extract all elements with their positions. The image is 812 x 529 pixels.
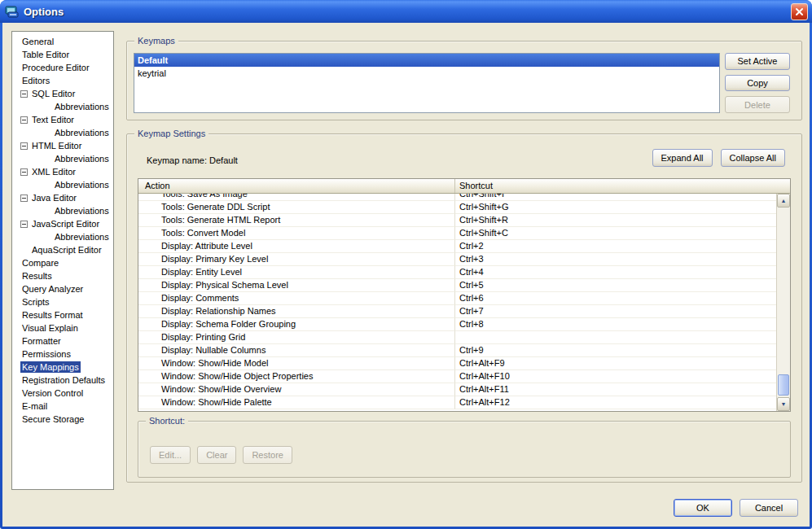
sidebar-item-label: Abbreviations [53, 127, 111, 138]
sidebar-item[interactable]: SQL Editor [12, 87, 113, 100]
sidebar-item[interactable]: Abbreviations [12, 178, 113, 191]
sidebar-item[interactable]: AquaScript Editor [12, 243, 113, 256]
sidebar-item-label: Version Control [20, 387, 85, 399]
action-cell: Tools: Generate HTML Report [138, 214, 455, 227]
sidebar-item[interactable]: Registration Defaults [12, 374, 113, 387]
collapse-icon[interactable] [20, 195, 28, 202]
sidebar-item[interactable]: Procedure Editor [12, 61, 113, 74]
shortcut-cell: Ctrl+7 [455, 305, 776, 318]
shortcut-group-title: Shortcut: [146, 415, 188, 426]
keymap-list: Defaultkeytrial [134, 53, 720, 113]
sidebar-item[interactable]: Abbreviations [12, 204, 113, 217]
column-header-action[interactable]: Action [138, 179, 455, 193]
table-row[interactable]: Display: Schema Folder Grouping Ctrl+8 [138, 318, 776, 331]
sidebar-item[interactable]: JavaScript Editor [12, 217, 113, 230]
column-header-shortcut[interactable]: Shortcut [455, 179, 790, 193]
action-cell: Window: Show/Hide Palette [138, 396, 455, 409]
table-row[interactable]: Display: Physical Schema Level Ctrl+5 [138, 279, 776, 292]
table-row[interactable]: Tools: Generate HTML Report Ctrl+Shift+R [138, 214, 776, 227]
sidebar-item[interactable]: Abbreviations [12, 152, 113, 165]
sidebar-item[interactable]: Abbreviations [12, 126, 113, 139]
table-row[interactable]: Display: Printing Grid [138, 331, 776, 344]
collapse-icon[interactable] [20, 116, 28, 124]
table-row[interactable]: Display: Nullable Columns Ctrl+9 [138, 344, 776, 357]
sidebar-item[interactable]: Scripts [12, 295, 113, 308]
action-cell: Display: Nullable Columns [138, 344, 455, 357]
sidebar-item[interactable]: HTML Editor [12, 139, 113, 152]
options-category-tree: General Table Editor Procedure Editor Ed… [11, 31, 114, 490]
sidebar-item-label: Abbreviations [53, 179, 111, 190]
close-button[interactable] [791, 3, 808, 20]
collapse-icon[interactable] [20, 142, 28, 150]
table-row[interactable]: Window: Show/Hide Palette Ctrl+Alt+F12 [138, 396, 776, 409]
collapse-icon[interactable] [20, 90, 28, 98]
sidebar-item[interactable]: Editors [12, 74, 113, 87]
table-row[interactable]: Display: Comments Ctrl+6 [138, 292, 776, 305]
sidebar-item-label: E-mail [20, 400, 49, 412]
sidebar-item-label: HTML Editor [30, 140, 83, 151]
sidebar-item-label: Abbreviations [53, 101, 111, 112]
scroll-down-button[interactable]: ▼ [777, 397, 790, 411]
keymap-list-item[interactable]: Default [134, 54, 719, 67]
ok-button[interactable]: OK [674, 499, 732, 517]
sidebar-item[interactable]: Results [12, 269, 113, 282]
sidebar-item[interactable]: Java Editor [12, 191, 113, 204]
scrollbar-thumb[interactable] [778, 374, 789, 396]
shortcut-cell: Ctrl+3 [455, 253, 776, 266]
sidebar-item[interactable]: Table Editor [12, 48, 113, 61]
table-row[interactable]: Tools: Save As Image Ctrl+Shift+I [138, 194, 776, 201]
table-row[interactable]: Display: Entity Level Ctrl+4 [138, 266, 776, 279]
sidebar-item[interactable]: Query Analyzer [12, 282, 113, 295]
sidebar-item[interactable]: E-mail [12, 400, 113, 413]
sidebar-item-label: Registration Defaults [20, 374, 107, 386]
sidebar-item[interactable]: Secure Storage [12, 413, 113, 426]
sidebar-item-label: Compare [20, 257, 60, 269]
sidebar-item-label: General [20, 36, 55, 47]
sidebar-item[interactable]: General [12, 35, 113, 48]
table-row[interactable]: Tools: Convert Model Ctrl+Shift+C [138, 227, 776, 240]
table-row[interactable]: Window: Show/Hide Object Properties Ctrl… [138, 370, 776, 383]
sidebar-item[interactable]: Permissions [12, 348, 113, 361]
table-row[interactable]: Window: Show/Hide Model Ctrl+Alt+F9 [138, 357, 776, 370]
sidebar-item[interactable]: XML Editor [12, 165, 113, 178]
action-cell: Display: Physical Schema Level [138, 279, 455, 292]
sidebar-item[interactable]: Abbreviations [12, 230, 113, 243]
table-row[interactable]: Window: Show/Hide Overview Ctrl+Alt+F11 [138, 383, 776, 396]
clear-button[interactable]: Clear [197, 446, 236, 464]
options-dialog: Options General Table Editor Procedure E… [0, 0, 812, 529]
copy-button[interactable]: Copy [725, 75, 790, 92]
scroll-up-button[interactable]: ▲ [777, 194, 790, 208]
sidebar-item-label: Query Analyzer [20, 283, 85, 295]
shortcut-cell [455, 331, 776, 344]
cancel-button[interactable]: Cancel [740, 499, 798, 517]
edit-button[interactable]: Edit... [150, 446, 191, 464]
table-row[interactable]: Display: Relationship Names Ctrl+7 [138, 305, 776, 318]
keymap-list-item[interactable]: keytrial [134, 67, 719, 80]
collapse-icon[interactable] [20, 221, 28, 228]
sidebar-item[interactable]: Compare [12, 256, 113, 269]
sidebar-item[interactable]: Results Format [12, 308, 113, 321]
titlebar[interactable]: Options [0, 0, 812, 23]
keymap-actions: Set Active Copy Delete [725, 53, 790, 113]
sidebar-item[interactable]: Key Mappings [12, 361, 113, 374]
restore-button[interactable]: Restore [243, 446, 292, 464]
collapse-all-button[interactable]: Collapse All [721, 149, 785, 167]
vertical-scrollbar[interactable]: ▲ ▼ [776, 194, 790, 411]
sidebar-item[interactable]: Abbreviations [12, 100, 113, 113]
sidebar-item[interactable]: Visual Explain [12, 321, 113, 334]
expand-all-button[interactable]: Expand All [652, 149, 713, 167]
sidebar-item[interactable]: Version Control [12, 387, 113, 400]
app-icon [5, 5, 20, 18]
sidebar-item-label: AquaScript Editor [30, 244, 103, 256]
table-row[interactable]: Tools: Generate DDL Script Ctrl+Shift+G [138, 201, 776, 214]
sidebar-item[interactable]: Text Editor [12, 113, 113, 126]
set-active-button[interactable]: Set Active [725, 53, 790, 70]
collapse-icon[interactable] [20, 168, 28, 176]
delete-button[interactable]: Delete [725, 96, 790, 113]
sidebar-item[interactable]: Formatter [12, 334, 113, 348]
table-row[interactable]: Display: Attribute Level Ctrl+2 [138, 240, 776, 253]
table-row[interactable]: Display: Primary Key Level Ctrl+3 [138, 253, 776, 266]
action-cell: Window: Show/Hide Object Properties [138, 370, 455, 383]
action-cell: Display: Primary Key Level [138, 253, 455, 266]
shortcut-cell: Ctrl+8 [455, 318, 776, 331]
